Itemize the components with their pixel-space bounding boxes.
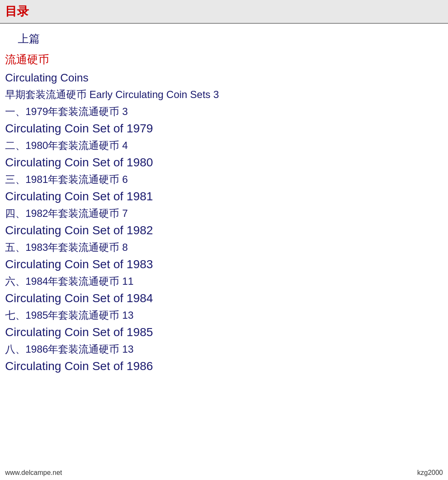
entry-chinese-1: 二、1980年套装流通硬币 4 <box>5 137 443 154</box>
entry-english-2: Circulating Coin Set of 1981 <box>5 188 443 205</box>
english-section-heading: Circulating Coins <box>5 70 443 86</box>
page-footer: www.delcampe.net kzg2000 <box>0 466 448 480</box>
entry-english-4: Circulating Coin Set of 1983 <box>5 256 443 273</box>
entry-english-6: Circulating Coin Set of 1985 <box>5 324 443 341</box>
entry-chinese-3: 四、1982年套装流通硬币 7 <box>5 205 443 222</box>
entry-chinese-4: 五、1983年套装流通硬币 8 <box>5 239 443 256</box>
top-section-label: 上篇 <box>5 28 443 50</box>
chinese-section-heading: 流通硬币 <box>5 50 443 70</box>
page-title: 目录 <box>5 5 29 18</box>
entry-chinese-6: 七、1985年套装流通硬币 13 <box>5 307 443 324</box>
entry-english-3: Circulating Coin Set of 1982 <box>5 222 443 239</box>
page-header: 目录 <box>0 0 448 24</box>
entry-english-5: Circulating Coin Set of 1984 <box>5 290 443 307</box>
entry-chinese-0: 一、1979年套装流通硬币 3 <box>5 103 443 120</box>
main-content: 上篇 流通硬币 Circulating Coins 早期套装流通硬币 Early… <box>0 24 448 379</box>
early-sets-label: 早期套装流通硬币 Early Circulating Coin Sets 3 <box>5 86 443 103</box>
entry-english-7: Circulating Coin Set of 1986 <box>5 358 443 375</box>
entry-chinese-2: 三、1981年套装流通硬币 6 <box>5 171 443 188</box>
footer-left: www.delcampe.net <box>5 469 62 477</box>
entries-list: 一、1979年套装流通硬币 3Circulating Coin Set of 1… <box>5 103 443 375</box>
entry-english-0: Circulating Coin Set of 1979 <box>5 120 443 137</box>
entry-chinese-5: 六、1984年套装流通硬币 11 <box>5 273 443 290</box>
footer-right: kzg2000 <box>417 469 443 477</box>
entry-chinese-7: 八、1986年套装流通硬币 13 <box>5 341 443 358</box>
entry-english-1: Circulating Coin Set of 1980 <box>5 154 443 171</box>
